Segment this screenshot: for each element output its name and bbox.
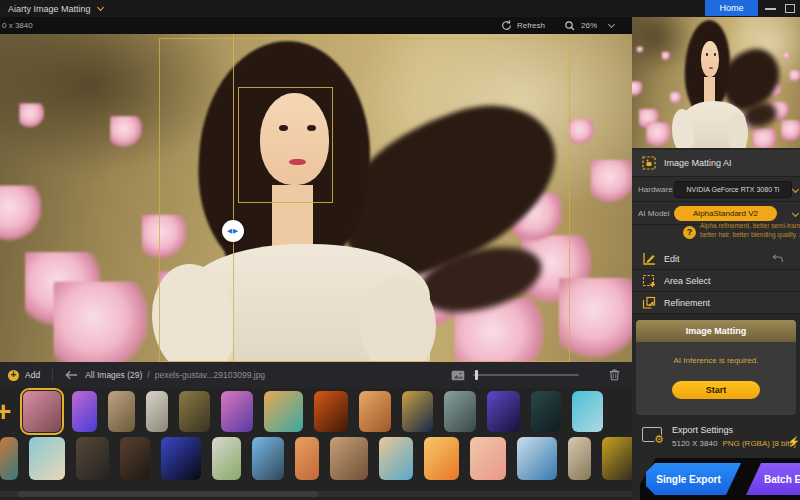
thumbnail-freckle-face[interactable]	[295, 437, 319, 480]
thumbnail-scrollbar-handle[interactable]	[18, 491, 318, 497]
image-dimensions-label: 0 x 3840	[2, 21, 33, 30]
minimize-icon[interactable]	[765, 8, 776, 10]
add-button[interactable]: Add	[25, 370, 40, 380]
image-bounds-overlay	[159, 38, 570, 362]
matting-ai-icon	[642, 156, 656, 170]
add-icon[interactable]: +	[8, 370, 19, 381]
thumb-row-2	[0, 437, 632, 480]
gear-icon: ⚙	[654, 434, 664, 445]
compare-slider-handle[interactable]: ◀▶	[222, 220, 244, 242]
app-window: Aiarty Image Matting Home 0 x 3840 Refre…	[0, 0, 800, 500]
area-select-icon	[642, 274, 656, 288]
thumbnail-red-hair-water[interactable]	[0, 437, 18, 480]
canvas-toolbar: 0 x 3840 Refresh 26%	[0, 17, 632, 34]
export-settings-row[interactable]: ⚙ Export Settings 5120 X 3840PNG (RGBA) …	[632, 420, 800, 458]
thumbnail-peach-flowers[interactable]	[470, 437, 506, 480]
home-button[interactable]: Home	[705, 0, 758, 16]
thumbnail-blue-glasses-woman[interactable]	[572, 391, 603, 432]
thumbnail-blue-flowers-black[interactable]	[161, 437, 201, 480]
right-panel: Image Matting AI Hardware NVIDIA GeForce…	[632, 17, 800, 500]
thumbnail-night-street-lamp[interactable]	[402, 391, 433, 432]
title-bar: Aiarty Image Matting Home	[0, 0, 800, 17]
thumbnail-girl-flowers[interactable]	[23, 391, 61, 432]
app-title: Aiarty Image Matting	[8, 4, 91, 14]
edit-icon	[642, 252, 656, 266]
thumbnail-mountain-moon[interactable]	[531, 391, 561, 432]
help-icon[interactable]: ?	[683, 226, 696, 239]
compare-divider-line[interactable]	[233, 34, 234, 362]
section-image-matting-ai: Image Matting AI	[632, 150, 800, 177]
thumb-row-1	[23, 391, 603, 432]
zoom-magnifier-icon[interactable]	[564, 20, 576, 32]
start-button[interactable]: Start	[672, 381, 760, 399]
refinement-icon	[642, 296, 656, 310]
thumbnail-dark-yellow-objects[interactable]	[602, 437, 632, 480]
tool-area-select[interactable]: Area Select	[632, 270, 800, 292]
ai-model-select[interactable]: AlphaStandard V2	[674, 206, 777, 221]
thumbnail-strip: +	[0, 388, 632, 500]
canvas[interactable]: ◀▶	[0, 34, 632, 362]
thumbnail-bride-veil[interactable]	[568, 437, 591, 480]
image-matting-card: Image Matting AI Inference is required. …	[636, 320, 796, 415]
hardware-row: Hardware NVIDIA GeForce RTX 3080 Ti	[632, 177, 800, 202]
thumbnail-neon-dancer[interactable]	[487, 391, 520, 432]
breadcrumb-all-images[interactable]: All Images (29)	[85, 370, 142, 380]
selection-box-overlay[interactable]	[238, 87, 333, 203]
thumbnail-stairs-dim[interactable]	[120, 437, 150, 480]
slider-handle[interactable]	[475, 370, 478, 380]
trash-icon[interactable]	[609, 369, 620, 381]
zoom-level-value[interactable]: 26%	[581, 21, 597, 30]
app-menu-chevron-icon[interactable]	[97, 3, 104, 10]
divider	[52, 369, 53, 381]
back-arrow-icon[interactable]	[65, 370, 78, 380]
undo-icon[interactable]	[772, 254, 784, 263]
export-settings-title: Export Settings	[672, 425, 733, 435]
thumbnail-sunset-sky[interactable]	[424, 437, 459, 480]
thumbnail-size-icon	[451, 370, 465, 381]
refresh-button[interactable]: Refresh	[517, 21, 545, 30]
tool-refinement[interactable]: Refinement	[632, 292, 800, 314]
matting-status-text: AI Inference is required.	[636, 356, 796, 365]
zoom-chevron-icon[interactable]	[608, 21, 615, 28]
ai-model-label: AI Model	[638, 209, 670, 218]
thumbnail-building-window[interactable]	[212, 437, 241, 480]
thumbnail-scrollbar[interactable]	[0, 491, 632, 497]
hardware-chevron-icon[interactable]	[792, 185, 799, 192]
thumbnail-glass-on-sea[interactable]	[517, 437, 557, 480]
hardware-select[interactable]: NVIDIA GeForce RTX 3080 Ti	[674, 181, 792, 198]
thumbnail-retro-car-art[interactable]	[221, 391, 253, 432]
model-description: Alpha refinement, better semi-transparen…	[700, 221, 800, 239]
maximize-icon[interactable]	[785, 4, 795, 13]
thumbnail-street-scene[interactable]	[146, 391, 168, 432]
hardware-label: Hardware	[638, 185, 673, 194]
footer-toolbar: + Add All Images (29) / pexels-gustav...…	[0, 362, 632, 388]
thumbnail-blonde-warm-light[interactable]	[359, 391, 391, 432]
breadcrumb-separator: /	[147, 370, 149, 380]
result-preview[interactable]	[632, 17, 800, 148]
thumbnail-flower-crown-portrait[interactable]	[108, 391, 135, 432]
export-tools-icon[interactable]: ⚡	[788, 436, 800, 447]
thumbnail-dark-portrait-man[interactable]	[76, 437, 109, 480]
thumbnail-size-slider[interactable]	[473, 374, 579, 376]
thumbnail-orange-figure[interactable]	[314, 391, 348, 432]
thumbnail-beach-scene[interactable]	[379, 437, 413, 480]
thumbnail-window-light-portrait[interactable]	[179, 391, 210, 432]
section-title: Image Matting AI	[664, 158, 732, 168]
add-image-plus-icon[interactable]: +	[0, 396, 11, 428]
thumbnail-purple-flower-art[interactable]	[72, 391, 97, 432]
ai-model-chevron-icon[interactable]	[792, 209, 799, 216]
thumbnail-rainbow-fan-art[interactable]	[264, 391, 303, 432]
breadcrumb-filename: pexels-gustav...29103099.jpg	[155, 370, 265, 380]
thumbnail-curly-hair-portrait[interactable]	[444, 391, 476, 432]
result-preview-image	[632, 17, 800, 148]
matting-card-title: Image Matting	[636, 320, 796, 342]
model-description-row: ? Alpha refinement, better semi-transpar…	[632, 225, 800, 248]
export-size-value: 5120 X 3840PNG (RGBA) [8 bits]	[672, 439, 796, 448]
tool-edit[interactable]: Edit	[632, 248, 800, 270]
single-export-button[interactable]: Single Export	[646, 463, 741, 495]
refresh-icon[interactable]	[501, 20, 512, 31]
export-format-value: PNG (RGBA) [8 bits]	[722, 439, 795, 448]
thumbnail-teal-blonde[interactable]	[29, 437, 65, 480]
thumbnail-reclining-figure[interactable]	[330, 437, 368, 480]
thumbnail-afro-blue-sky[interactable]	[252, 437, 284, 480]
